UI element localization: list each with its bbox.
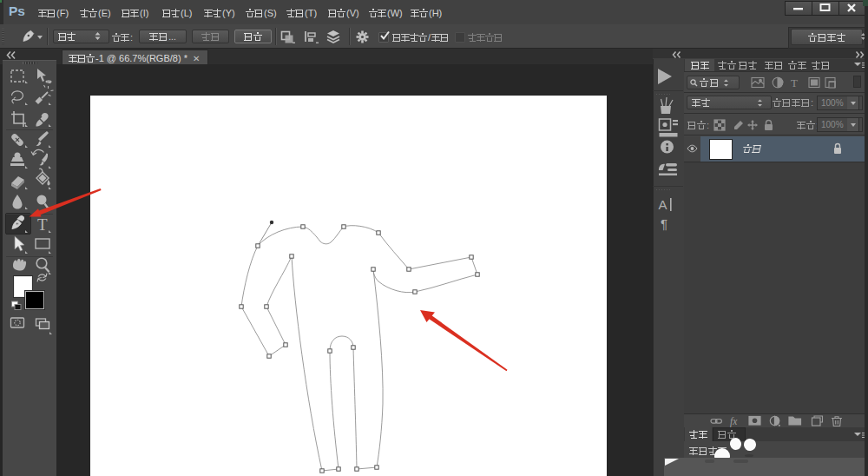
svg-text:T: T [791, 76, 798, 89]
svg-text:A: A [659, 197, 667, 212]
svg-text:¶: ¶ [661, 216, 667, 231]
svg-text:fx: fx [730, 416, 738, 427]
